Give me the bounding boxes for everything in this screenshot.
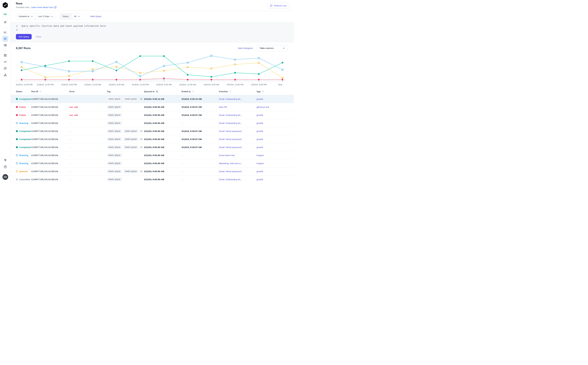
app-link[interactable]: growth — [256, 122, 294, 124]
app-link[interactable]: growth — [256, 146, 294, 148]
table-row[interactable]: Completed01HRPT19RJSA1019B2GN–lorem: ips… — [11, 95, 294, 103]
run-id: 01HRPT19RJSA1019B2GN — [31, 130, 69, 133]
hide-histogram-link[interactable]: Hide histogram — [238, 47, 253, 49]
table-row[interactable]: Queued01HRPT19RJSA1019B2GN–lorem: ipsuml… — [11, 167, 294, 175]
app-link[interactable]: growth — [256, 130, 294, 133]
error-cell: – — [69, 98, 107, 100]
table-row[interactable]: Completed01HRPT19RJSA1019B2GN–lorem: ips… — [11, 143, 294, 151]
table-row[interactable]: Failed01HRPT19RJSA1019B2GNnot_sdklorem: … — [11, 103, 294, 111]
ended-at: – — [182, 178, 219, 181]
tags-cell: lorem: ipsumlorem: ipsum+2 — [107, 97, 144, 101]
status-filter-dropdown[interactable]: All — [71, 14, 82, 19]
data-point-queued — [21, 66, 22, 68]
function-link[interactable]: Event batch test — [219, 154, 256, 157]
status-label: Completed — [19, 98, 31, 100]
function-link[interactable]: Email: Reset password — [219, 130, 256, 133]
integrations-plug-icon[interactable] — [2, 157, 8, 163]
app-link[interactable]: Inngest — [256, 154, 294, 157]
error-cell: – — [69, 130, 107, 133]
runs-summary-bar: 8,367 Runs Hide histogram Table columns — [11, 42, 294, 51]
data-point-completed — [187, 74, 188, 76]
events-icon[interactable] — [2, 59, 8, 65]
function-link[interactable]: Email: Onboarding dri... — [219, 122, 256, 124]
app-link[interactable]: growth — [256, 178, 294, 181]
function-link[interactable]: Email: Onboarding dri... — [219, 98, 256, 100]
app-link[interactable]: growth — [256, 170, 294, 173]
data-point-running — [211, 55, 212, 57]
tag-chip: lorem: ipsum — [107, 113, 122, 117]
hide-query-link[interactable]: Hide Query — [90, 15, 101, 18]
time-range-dropdown[interactable]: Last 3 Days — [35, 14, 55, 19]
inngest-logo-icon[interactable] — [2, 2, 8, 8]
table-row[interactable]: Completed01HRPT19RJSA1019B2GN–lorem: ips… — [11, 127, 294, 135]
function-link[interactable]: Email: Onboarding dri... — [219, 178, 256, 181]
help-icon[interactable] — [2, 164, 8, 170]
trace-search-icon[interactable] — [2, 42, 8, 48]
x-axis-label: 3/20/24, 12:00 PM — [227, 84, 244, 86]
apps-icon[interactable] — [2, 52, 8, 58]
filter-settings-icon[interactable] — [2, 19, 8, 25]
column-header-function[interactable]: Function — [219, 90, 256, 93]
column-header-label: Ended at — [182, 90, 191, 93]
column-header-ended-at[interactable]: Ended at — [182, 90, 219, 93]
clear-query-button[interactable]: Clear — [36, 35, 41, 38]
queued-at: 3/12/24, 9:00:00 AM — [144, 122, 182, 124]
app-link[interactable]: growth — [256, 98, 294, 100]
data-point-completed — [282, 62, 283, 63]
function-link[interactable]: Marketing: Add new si... — [219, 162, 256, 165]
tags-cell: lorem: ipsumlorem: ipsum+2 — [107, 145, 144, 149]
status-cell: Cancelled — [16, 178, 31, 181]
table-row[interactable]: Running01HRPT19RJSA1019B2GN–lorem: ipsum… — [11, 119, 294, 127]
column-header-label: App — [256, 90, 260, 93]
user-avatar[interactable]: CN — [2, 174, 8, 180]
ended-at: – — [182, 170, 219, 173]
app-link[interactable]: growth — [256, 138, 294, 140]
ended-at: – — [182, 162, 219, 165]
column-header-queued-at[interactable]: Queued at — [144, 90, 182, 93]
run-id: 01HRPT19RJSA1019B2GN — [31, 122, 69, 124]
table-row[interactable]: Failed01HRPT19RJSA1019B2GNnot_sdklorem: … — [11, 111, 294, 119]
status-cell: Failed — [16, 114, 31, 116]
run-query-button[interactable]: Run query — [16, 34, 32, 39]
function-link[interactable]: Email: Onboarding dri... — [219, 114, 256, 116]
error-cell: not_sdk — [69, 106, 107, 108]
query-editor-input[interactable]: Query specific function data and event p… — [18, 24, 107, 28]
function-link[interactable]: Email: Reset password — [219, 146, 256, 148]
function-link[interactable]: Email: Reset password — [219, 170, 256, 173]
status-label: Queued — [19, 170, 27, 173]
column-header-app[interactable]: App — [256, 90, 294, 93]
tag-chip: lorem: ipsum — [107, 97, 122, 101]
tags-extra-count: +2 — [140, 146, 142, 148]
table-header-row: StatusRun IDErrorTagQueued atEnded atFun… — [11, 88, 294, 95]
table-columns-dropdown[interactable]: Table columns — [257, 45, 287, 51]
deploys-icon[interactable] — [2, 65, 8, 71]
error-cell: – — [69, 138, 107, 140]
time-field-dropdown[interactable]: Updated at — [16, 14, 35, 19]
app-link[interactable]: github-pr-bot — [256, 106, 294, 108]
environment-badge[interactable]: PR — [2, 12, 8, 17]
column-header-label: Queued at — [144, 90, 154, 93]
data-point-completed — [92, 60, 94, 62]
metrics-icon[interactable] — [2, 29, 8, 35]
status-filter-label: Status — [60, 14, 71, 19]
table-row[interactable]: Completed01HRPT19RJSA1019B2GN–lorem: ips… — [11, 135, 294, 143]
function-link[interactable]: Email: Reset password — [219, 138, 256, 140]
status-cell: Running — [16, 154, 31, 157]
status-cell: Failed — [16, 106, 31, 108]
table-row[interactable]: Running01HRPT19RJSA1019B2GN–lorem: ipsum… — [11, 159, 294, 167]
status-dot-completed — [16, 138, 18, 140]
sidebar-item-runs[interactable] — [2, 36, 8, 42]
refresh-runs-button[interactable]: Refresh runs — [267, 3, 289, 8]
status-label: Completed — [19, 138, 31, 140]
series-line-failed — [22, 78, 283, 80]
app-link[interactable]: growth — [256, 114, 294, 116]
webhook-icon[interactable] — [2, 72, 8, 78]
table-row[interactable]: Running01HRPT19RJSA1019B2GN–lorem: ipsum… — [11, 151, 294, 159]
app-link[interactable]: Inngest — [256, 162, 294, 165]
learn-more-link[interactable]: Learn more about runs — [31, 6, 57, 8]
column-header-run-id[interactable]: Run ID — [31, 90, 69, 93]
data-point-completed — [44, 65, 46, 66]
queued-at: 3/12/24, 9:00:00 AM — [144, 154, 182, 157]
function-link[interactable]: New PR — [219, 106, 256, 108]
table-row[interactable]: Cancelled01HRPT19RJSA1019B2GN–lorem: ips… — [11, 175, 294, 182]
